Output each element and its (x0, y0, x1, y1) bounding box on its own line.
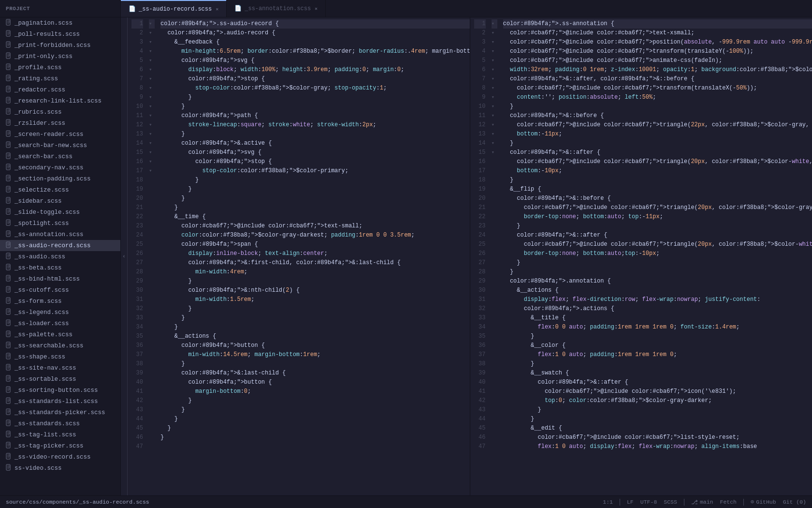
left-code-area[interactable]: 1234567891011121314151617181920212223242… (128, 17, 470, 495)
status-line-ending[interactable]: LF (627, 499, 634, 505)
svg-rect-136 (6, 398, 10, 403)
svg-rect-32 (6, 108, 10, 114)
sidebar-item[interactable]: _rzslider.scss (0, 118, 120, 129)
sidebar-filename: _ss-annotation.scss (14, 231, 84, 238)
sidebar-item[interactable]: _ss-tag-picker.scss (0, 440, 120, 451)
file-icon (6, 319, 12, 328)
sidebar-filename: _ss-audio-record.scss (14, 242, 91, 249)
sidebar-item[interactable]: _ss-standards-picker.scss (0, 407, 120, 418)
svg-rect-124 (6, 364, 10, 370)
sidebar-filename: _redactor.scss (14, 87, 65, 93)
svg-rect-56 (6, 175, 10, 181)
sidebar-item[interactable]: _ss-tag-list.scss (0, 429, 120, 440)
sidebar-filename: _spotlight.scss (14, 220, 69, 227)
file-icon (6, 75, 12, 83)
file-icon (6, 97, 12, 105)
sidebar-item[interactable]: _ss-cutoff.scss (0, 284, 120, 296)
file-icon (6, 141, 12, 149)
sidebar-item[interactable]: _search-bar.scss (0, 151, 120, 162)
status-language[interactable]: SCSS (664, 499, 677, 505)
sidebar-item[interactable]: _selectize.scss (0, 184, 120, 195)
sidebar-item[interactable]: _ss-standards-list.scss (0, 396, 120, 407)
status-fetch[interactable]: Fetch (720, 499, 737, 505)
svg-rect-36 (6, 120, 10, 125)
sidebar-item[interactable]: _rating.scss (0, 73, 120, 84)
tab-audio-record[interactable]: 📄 _ss-audio-record.scss ✕ (121, 0, 226, 17)
sidebar-item[interactable]: _screen-reader.scss (0, 129, 120, 140)
status-github[interactable]: ⊙ GitHub (751, 498, 776, 506)
sidebar-item[interactable]: ss-video.scss (0, 463, 120, 474)
sidebar-item[interactable]: _sidebar.scss (0, 195, 120, 207)
right-fold-markers[interactable]: ▾ ▾ ▾ ▾ ▾▾ ▾ ▾▾ ▾▾ ▾ ▾▾ ▾ (490, 17, 499, 495)
sidebar-item[interactable]: _ss-searchable.scss (0, 340, 120, 351)
sidebar-filename: ss-video.scss (14, 465, 62, 472)
status-encoding[interactable]: UTF-8 (640, 499, 657, 505)
sidebar-filename: _poll-results.scss (14, 31, 80, 38)
file-icon (6, 30, 12, 38)
sidebar-item[interactable]: _ss-standards.scss (0, 418, 120, 429)
sidebar-filename: _ss-sortable.scss (14, 376, 76, 383)
sidebar-filename: _sidebar.scss (14, 198, 62, 205)
sidebar-item[interactable]: _ss-beta.scss (0, 262, 120, 273)
status-git[interactable]: Git (0) (783, 499, 806, 505)
sidebar-item[interactable]: _rubrics.scss (0, 106, 120, 118)
main-layout: _pagination.scss _poll-results.scss _pri… (0, 17, 812, 495)
file-icon (6, 442, 12, 450)
sidebar-filename: _pagination.scss (14, 20, 72, 27)
sidebar-item[interactable]: _ss-legend.scss (0, 307, 120, 318)
svg-rect-60 (6, 186, 10, 192)
sidebar-filename: _screen-reader.scss (14, 131, 84, 138)
tab-left-label: _ss-audio-record.scss (139, 6, 212, 13)
sidebar-filename: _ss-audio.scss (14, 254, 65, 260)
sidebar-item[interactable]: _ss-site-nav.scss (0, 362, 120, 374)
sidebar-filename: _ss-cutoff.scss (14, 287, 69, 294)
sidebar-item[interactable]: _section-padding.scss (0, 173, 120, 184)
svg-rect-100 (6, 298, 10, 303)
sidebar-item[interactable]: _ss-video-record.scss (0, 451, 120, 463)
svg-rect-84 (6, 253, 10, 259)
sidebar-item[interactable]: _pagination.scss (0, 17, 120, 29)
svg-rect-72 (6, 220, 10, 225)
sidebar-item[interactable]: _ss-annotation.scss (0, 229, 120, 240)
sidebar-item[interactable]: _ss-loader.scss (0, 318, 120, 329)
svg-rect-28 (6, 97, 10, 103)
sidebar-item[interactable]: _secondary-nav.scss (0, 162, 120, 173)
status-position[interactable]: 1:1 (603, 499, 613, 505)
sidebar-item[interactable]: _redactor.scss (0, 84, 120, 95)
sidebar-item[interactable]: _ss-audio.scss (0, 251, 120, 262)
sidebar-item[interactable]: _ss-sortable.scss (0, 374, 120, 385)
close-icon-left[interactable]: ✕ (216, 6, 218, 12)
right-code-area[interactable]: 1234567891011121314151617181920212223242… (470, 17, 812, 495)
sidebar-filename: _profile.scss (14, 64, 62, 71)
sidebar-item[interactable]: _print-only.scss (0, 51, 120, 62)
sidebar-item[interactable]: _spotlight.scss (0, 218, 120, 229)
svg-rect-128 (6, 375, 10, 381)
sidebar-item[interactable]: _slide-toggle.scss (0, 207, 120, 218)
sidebar-item[interactable]: _ss-shape.scss (0, 351, 120, 362)
sidebar-item[interactable]: _research-link-list.scss (0, 95, 120, 106)
collapse-sidebar-button[interactable]: ‹ (121, 17, 128, 495)
sidebar-item[interactable]: _print-forbidden.scss (0, 40, 120, 51)
sidebar-item[interactable]: _ss-form.scss (0, 296, 120, 307)
left-fold-markers[interactable]: ▾▾▾ ▾ ▾ ▾ ▾▾▾ ▾ ▾ ▾ ▾ ▾▾ ▾▾ (147, 17, 157, 495)
sidebar-filename: _ss-form.scss (14, 298, 62, 305)
sidebar-item[interactable]: _poll-results.scss (0, 29, 120, 40)
sidebar-filename: _slide-toggle.scss (14, 209, 80, 216)
sidebar-item[interactable]: _ss-audio-record.scss (0, 240, 120, 251)
file-icon (6, 219, 12, 227)
app-container: Project 📄 _ss-audio-record.scss ✕ 📄 _ss-… (0, 0, 812, 508)
sidebar-item[interactable]: _ss-bind-html.scss (0, 273, 120, 284)
tab-annotation[interactable]: 📄 _ss-annotation.scss ✕ (227, 0, 325, 17)
tab-left-pane: 📄 _ss-audio-record.scss ✕ (121, 0, 227, 17)
sidebar-tab-spacer: Project (0, 0, 121, 17)
sidebar-item[interactable]: _search-bar-new.scss (0, 140, 120, 151)
status-branch[interactable]: ⎇ main (691, 499, 713, 506)
sidebar-item[interactable]: _ss-palette.scss (0, 329, 120, 340)
sidebar-item[interactable]: _profile.scss (0, 62, 120, 73)
sidebar-filename: _ss-standards-list.scss (14, 398, 98, 405)
close-icon-right[interactable]: ✕ (315, 6, 318, 12)
file-icon (6, 186, 12, 194)
file-icon (6, 41, 12, 49)
file-icon (6, 86, 12, 94)
sidebar-item[interactable]: _ss-sorting-button.scss (0, 385, 120, 396)
